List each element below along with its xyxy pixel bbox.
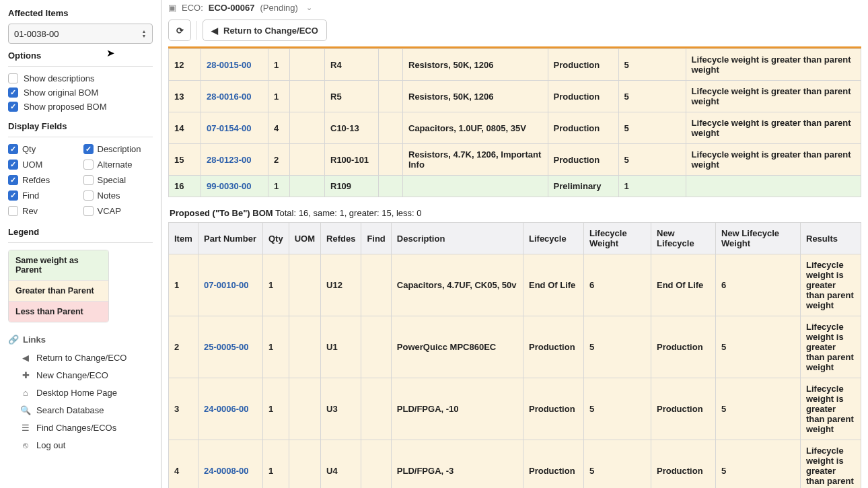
field-label-8: Rev (22, 206, 38, 216)
table-row: 16 99-0030-00 1 R109 Preliminary 1 (169, 176, 861, 197)
part-link[interactable]: 07-0010-00 (204, 280, 249, 290)
legend-greater: Greater than Parent (9, 281, 108, 302)
part-link[interactable]: 28-0016-00 (207, 92, 252, 102)
col-header: New Lifecycle (651, 223, 716, 254)
eco-label: ECO: (182, 3, 203, 13)
affected-items-title: Affected Items (8, 8, 153, 18)
header: ▣ ECO: ECO-00067 (Pending) ⌄ (161, 0, 868, 17)
part-link[interactable]: 07-0154-00 (207, 123, 252, 133)
table-row: 13 28-0016-00 1 R5 Resistors, 50K, 1206 … (169, 81, 861, 112)
content-area: 12 28-0015-00 1 R4 Resistors, 50K, 1206 … (161, 46, 868, 488)
original-bom-table: 12 28-0015-00 1 R4 Resistors, 50K, 1206 … (168, 48, 861, 197)
table-row: 14 07-0154-00 4 C10-13 Capacitors, 1.0UF… (169, 112, 861, 144)
field-label-2: UOM (22, 160, 42, 170)
link-label-1: New Change/ECO (36, 370, 108, 380)
part-link[interactable]: 28-0015-00 (207, 60, 252, 70)
field-label-1: Description (98, 144, 141, 154)
field-label-9: VCAP (98, 206, 121, 216)
back-icon: ◀ (20, 352, 31, 363)
proposed-bom-table: ItemPart NumberQtyUOMRefdesFindDescripti… (168, 222, 861, 488)
part-link[interactable]: 24-0006-00 (204, 404, 249, 414)
eco-chip-icon: ▣ (168, 3, 176, 13)
col-header: UOM (289, 223, 320, 254)
col-header: New Lifecycle Weight (716, 223, 801, 254)
link-2[interactable]: ⌂ Desktop Home Page (8, 384, 153, 401)
link-5[interactable]: ⎋ Log out (8, 436, 153, 454)
link-1[interactable]: ✚ New Change/ECO (8, 366, 153, 384)
legend-same: Same weight as Parent (9, 250, 108, 281)
legend-less: Less than Parent (9, 302, 108, 322)
field-checkbox-2[interactable] (8, 160, 18, 170)
back-arrow-icon: ◀ (211, 26, 218, 36)
options-title: Options (8, 50, 153, 61)
link-0[interactable]: ◀ Return to Change/ECO (8, 349, 153, 366)
col-header: Part Number (198, 223, 263, 254)
link-label-0: Return to Change/ECO (36, 353, 126, 363)
col-header: Find (361, 223, 391, 254)
select-arrows-icon: ▲▼ (139, 24, 149, 43)
affected-items-select[interactable]: 01-0038-00 ▲▼ (8, 24, 153, 44)
toolbar-divider (196, 21, 197, 40)
field-checkbox-3[interactable] (83, 160, 94, 170)
field-label-7: Notes (98, 190, 120, 201)
link-label-2: Desktop Home Page (36, 388, 117, 398)
table-row: 12 28-0015-00 1 R4 Resistors, 50K, 1206 … (169, 49, 861, 81)
col-header: Lifecycle Weight (584, 223, 651, 254)
sidebar: Affected Items 01-0038-00 ▲▼ ➤ Options S… (0, 0, 161, 488)
field-checkbox-8[interactable] (8, 206, 18, 216)
table-row: 15 28-0123-00 2 R100-101 Resistors, 4.7K… (169, 144, 861, 176)
refresh-button[interactable]: ⟳ (168, 20, 191, 41)
table-row: 1 07-0010-00 1 U12 Capacitors, 4.7UF, CK… (169, 254, 861, 316)
part-link[interactable]: 25-0005-00 (204, 342, 249, 352)
legend-box: Same weight as Parent Greater than Paren… (8, 250, 109, 322)
link-3[interactable]: 🔍 Search Database (8, 401, 153, 419)
field-label-0: Qty (22, 144, 36, 154)
proposed-totals: Total: 16, same: 1, greater: 15, less: 0 (275, 208, 422, 218)
col-header: Lifecycle (523, 223, 584, 254)
return-button-label: Return to Change/ECO (223, 26, 318, 36)
find-icon: ☰ (20, 422, 31, 433)
proposed-summary: Proposed ("To Be") BOM Total: 16, same: … (170, 208, 860, 218)
part-link[interactable]: 99-0030-00 (207, 181, 252, 191)
link-4[interactable]: ☰ Find Changes/ECOs (8, 419, 153, 436)
new-icon: ✚ (20, 370, 31, 380)
toolbar: ⟳ ◀ Return to Change/ECO (161, 17, 868, 46)
field-label-3: Alternate (98, 160, 133, 170)
link-icon: 🔗 (8, 335, 19, 345)
field-checkbox-1[interactable] (83, 144, 94, 154)
field-checkbox-5[interactable] (83, 175, 94, 185)
return-button[interactable]: ◀ Return to Change/ECO (203, 20, 327, 41)
field-checkbox-0[interactable] (8, 144, 18, 154)
field-label-5: Special (98, 175, 126, 185)
table-row: 4 24-0008-00 1 U4 PLD/FPGA, -3 Productio… (169, 440, 861, 489)
col-header: Qty (263, 223, 289, 254)
option-checkbox-1[interactable] (8, 88, 18, 98)
col-header: Results (801, 223, 861, 254)
field-checkbox-6[interactable] (8, 190, 18, 201)
field-label-6: Find (22, 190, 39, 201)
logout-icon: ⎋ (20, 440, 31, 450)
field-label-4: Refdes (22, 175, 50, 185)
field-checkbox-7[interactable] (83, 190, 94, 201)
link-label-4: Find Changes/ECOs (36, 423, 116, 433)
proposed-label: Proposed ("To Be") BOM (170, 208, 273, 218)
option-checkbox-2[interactable] (8, 102, 18, 112)
search-icon: 🔍 (20, 405, 31, 415)
field-checkbox-4[interactable] (8, 175, 18, 185)
display-fields-title: Display Fields (8, 121, 153, 131)
eco-status: (Pending) (260, 3, 297, 13)
affected-items-value: 01-0038-00 (14, 29, 59, 39)
table-row: 3 24-0006-00 1 U3 PLD/FPGA, -10 Producti… (169, 378, 861, 440)
part-link[interactable]: 28-0123-00 (207, 155, 252, 165)
field-checkbox-9[interactable] (83, 206, 94, 216)
home-icon: ⌂ (20, 387, 31, 398)
chevron-down-icon[interactable]: ⌄ (306, 3, 312, 12)
option-checkbox-0[interactable] (8, 73, 18, 83)
option-label-0: Show descriptions (24, 73, 95, 83)
option-label-1: Show original BOM (24, 88, 98, 98)
eco-number: ECO-00067 (209, 3, 255, 13)
table-row: 2 25-0005-00 1 U1 PowerQuicc MPC860EC Pr… (169, 316, 861, 378)
part-link[interactable]: 24-0008-00 (204, 466, 249, 476)
col-header: Refdes (321, 223, 361, 254)
main: ▣ ECO: ECO-00067 (Pending) ⌄ ⟳ ◀ Return … (161, 0, 868, 488)
